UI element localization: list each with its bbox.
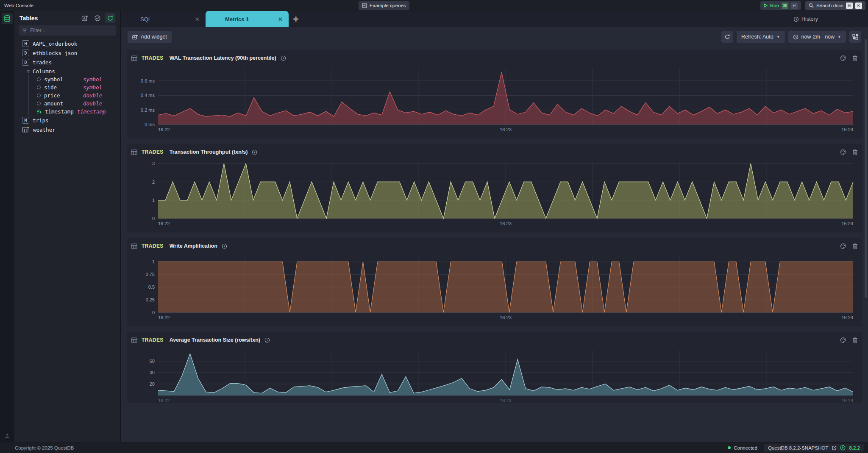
column-type-icon [37,94,41,97]
import-csv-button[interactable] [4,433,10,439]
widget-write-amplification: TRADES Write Amplification 00.250. [127,238,862,326]
color-palette-icon[interactable] [840,337,846,343]
svg-text:60: 60 [150,359,155,364]
chevron-open-icon: ▽ [27,69,30,74]
create-metrics-button[interactable] [80,13,90,23]
table-row[interactable]: M trips [14,116,120,125]
widget-table-label: TRADES [142,243,164,249]
info-icon[interactable] [252,149,257,155]
close-tab-icon[interactable]: ✕ [278,16,283,22]
chart-wal-latency[interactable]: 0 ms0.2 ms0.4 ms0.6 ms16:2216:2316:24 [131,64,858,135]
column-type-icon [37,77,41,81]
svg-text:1: 1 [152,198,155,203]
column-row[interactable]: price double [29,91,120,99]
svg-text:0: 0 [152,216,155,221]
svg-text:0: 0 [152,310,155,315]
refresh-rate-dropdown[interactable]: Refresh: Auto ▼ [737,31,785,43]
search-icon [809,3,814,8]
left-rail [0,11,14,442]
column-type-icon [37,102,41,105]
trades-columns: symbol symbol side symbol price double a… [28,75,120,116]
k-key-badge: K [855,3,862,9]
materialized-table-icon [22,126,30,133]
widget-title: Transaction Throughput (txn/s) [170,149,248,155]
column-row[interactable]: symbol symbol [29,75,120,83]
tab-bar: SQL ✕ Metrics 1 ✕ ✚ History [121,11,868,27]
update-available-icon[interactable] [840,445,846,450]
delete-widget-icon[interactable] [852,149,858,155]
svg-text:16:22: 16:22 [158,221,170,226]
filter-input[interactable] [30,28,113,33]
add-widget-button[interactable]: Add widget [128,31,172,43]
widget-title: WAL Transaction Latency (90th percentile… [170,55,276,61]
table-row-trades[interactable]: D trades [14,58,120,67]
info-icon[interactable] [222,243,227,249]
tab-metrics-1[interactable]: Metrics 1 ✕ [206,11,289,27]
upload-icon [4,433,10,439]
table-row[interactable]: weather [14,125,120,134]
table-grid-icon[interactable] [131,55,137,61]
info-icon[interactable] [281,55,286,61]
widget-wal-latency: TRADES WAL Transaction Latency (90th per… [127,50,862,138]
layout-grid-button[interactable] [849,31,861,43]
time-range-dropdown[interactable]: now-2m - now ▼ [788,31,846,43]
svg-text:2: 2 [152,180,155,185]
chevron-down-icon: ▼ [776,35,780,39]
svg-text:16:24: 16:24 [841,398,853,403]
enter-key-badge: ↵ [791,3,798,9]
external-link-icon[interactable] [832,445,837,450]
table-grid-icon[interactable] [131,149,137,155]
chart-throughput[interactable]: 012316:2216:2316:24 [131,157,858,229]
vertical-scrollbar[interactable] [865,39,867,298]
widget-throughput: TRADES Transaction Throughput (txn/s) [127,144,862,232]
svg-text:40: 40 [150,370,155,375]
color-palette-icon[interactable] [840,55,846,61]
table-grid-icon[interactable] [131,243,137,249]
refresh-tables-button[interactable] [105,13,115,23]
svg-text:16:24: 16:24 [841,127,853,132]
sidebar-title: Tables [19,15,38,22]
table-filter [19,25,116,36]
table-grid-icon[interactable] [131,337,137,343]
column-row-designated-timestamp[interactable]: timestamp timestamp [29,108,120,116]
latest-version-tag: 8.2.2 [849,445,860,450]
version-chip[interactable]: QuestDB 8.2.2-SNAPSHOT 8.2.2 [764,444,864,452]
table-row[interactable]: D ethblocks_json [14,48,120,58]
clock-icon [793,34,798,40]
delete-widget-icon[interactable] [852,337,858,343]
svg-text:0.2 ms: 0.2 ms [141,108,155,113]
delete-widget-icon[interactable] [852,243,858,249]
database-nav-button[interactable] [2,13,13,24]
play-icon [764,3,768,8]
history-button[interactable]: History [793,11,868,27]
search-docs-button[interactable]: Search docs ⌘ K [805,1,865,10]
svg-text:16:23: 16:23 [500,398,512,403]
refresh-dashboard-button[interactable] [721,31,733,43]
color-palette-icon[interactable] [840,149,846,155]
svg-text:0.75: 0.75 [146,272,155,277]
info-icon[interactable] [264,337,270,343]
columns-toggle[interactable]: ▽ Columns [14,67,120,75]
widget-avg-txn-size: TRADES Average Transaction Size (rows/tx… [127,332,862,403]
svg-text:16:23: 16:23 [500,221,512,226]
color-palette-icon[interactable] [840,243,846,249]
svg-text:0.4 ms: 0.4 ms [141,93,155,98]
column-row[interactable]: amount double [29,99,120,108]
svg-text:3: 3 [152,161,155,166]
column-row[interactable]: side symbol [29,83,120,91]
chart-write-amplification[interactable]: 00.250.50.75116:2216:2316:24 [131,251,858,323]
database-icon [3,15,11,22]
delete-widget-icon[interactable] [852,55,858,61]
svg-text:1: 1 [152,259,155,264]
version-text: QuestDB 8.2.2-SNAPSHOT [768,445,829,450]
close-tab-icon[interactable]: ✕ [195,16,200,22]
run-button[interactable]: Run ⌘ ↵ [760,1,801,10]
new-tab-button[interactable]: ✚ [289,11,303,27]
table-row[interactable]: H AAPL_orderbook [14,39,120,48]
tab-sql[interactable]: SQL ✕ [121,11,206,27]
suspended-filter-button[interactable] [92,13,103,23]
chart-avg-txn-size[interactable]: 20406016:2216:2316:24 [131,345,858,403]
svg-text:20: 20 [150,381,155,387]
example-queries-button[interactable]: Example queries [359,1,409,10]
partition-badge: H [22,40,29,47]
